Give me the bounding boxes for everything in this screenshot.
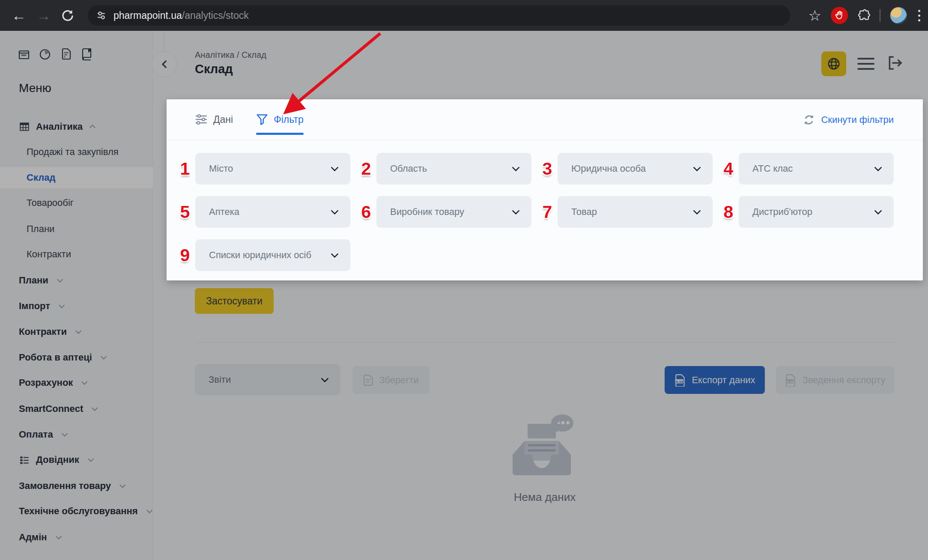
reset-filters-link[interactable]: Скинути фільтри bbox=[803, 99, 894, 140]
browser-menu-icon[interactable] bbox=[916, 8, 922, 23]
tabs-row: Дані Фільтр Скинути фільтри bbox=[167, 99, 923, 140]
annotation-number: 2 bbox=[358, 159, 375, 179]
url-host: pharmapoint.ua bbox=[113, 10, 182, 21]
browser-reload-icon[interactable] bbox=[57, 0, 79, 31]
url-bar[interactable]: pharmapoint.ua/analytics/stock bbox=[88, 5, 790, 26]
chevron-down-icon bbox=[331, 250, 338, 258]
chevron-down-icon bbox=[693, 164, 701, 171]
bookmark-star-icon[interactable]: ☆ bbox=[809, 8, 821, 23]
filter-select-vyrobnyk[interactable]: 6Виробник товару bbox=[376, 196, 531, 228]
extensions-puzzle-icon[interactable] bbox=[857, 8, 870, 23]
filters-grid: 1Місто 2Область 3Юридична особа 4АТС кла… bbox=[195, 153, 894, 271]
filter-select-tovar[interactable]: 7Товар bbox=[558, 196, 713, 228]
filter-panel: Дані Фільтр Скинути фільтри 1Місто 2Обла… bbox=[167, 99, 923, 280]
adblock-hand-icon[interactable] bbox=[831, 7, 848, 24]
tab-dani[interactable]: Дані bbox=[195, 99, 233, 140]
chevron-down-icon bbox=[512, 207, 519, 214]
funnel-icon bbox=[256, 113, 268, 125]
annotation-number: 5 bbox=[176, 202, 194, 222]
filter-select-dystrybiutor[interactable]: 8Дистриб'ютор bbox=[739, 196, 894, 228]
filter-select-oblast[interactable]: 2Область bbox=[376, 153, 531, 185]
annotation-number: 9 bbox=[176, 245, 194, 265]
sliders-icon bbox=[195, 113, 208, 125]
browser-chrome: ← → pharmapoint.ua/analytics/stock ☆ bbox=[0, 0, 928, 31]
filter-select-apteka[interactable]: 5Аптека bbox=[195, 196, 350, 228]
chevron-down-icon bbox=[874, 164, 882, 171]
site-settings-icon[interactable] bbox=[97, 12, 106, 19]
annotation-number: 4 bbox=[720, 159, 737, 179]
divider bbox=[880, 9, 880, 22]
annotation-number: 6 bbox=[358, 202, 375, 222]
chevron-down-icon bbox=[331, 207, 338, 214]
chevron-down-icon bbox=[512, 164, 519, 171]
browser-forward-icon[interactable]: → bbox=[33, 0, 55, 31]
annotation-number: 7 bbox=[539, 202, 556, 222]
url-path: /analytics/stock bbox=[182, 10, 249, 21]
tab-filtr[interactable]: Фільтр bbox=[256, 99, 304, 140]
reset-icon bbox=[803, 113, 815, 126]
chevron-down-icon bbox=[693, 207, 701, 214]
chevron-down-icon bbox=[874, 207, 882, 214]
annotation-number: 8 bbox=[720, 202, 737, 222]
filter-select-spysky[interactable]: 9Списки юридичних осіб bbox=[195, 239, 350, 271]
profile-avatar[interactable] bbox=[890, 7, 907, 24]
chevron-down-icon bbox=[331, 164, 338, 171]
filter-select-atc-klas[interactable]: 4АТС клас bbox=[739, 153, 894, 185]
browser-back-icon[interactable]: ← bbox=[8, 0, 30, 31]
filter-select-yurydychna-osoba[interactable]: 3Юридична особа bbox=[558, 153, 713, 185]
filter-select-misto[interactable]: 1Місто bbox=[195, 153, 350, 185]
annotation-number: 3 bbox=[539, 159, 556, 179]
annotation-number: 1 bbox=[176, 159, 194, 179]
